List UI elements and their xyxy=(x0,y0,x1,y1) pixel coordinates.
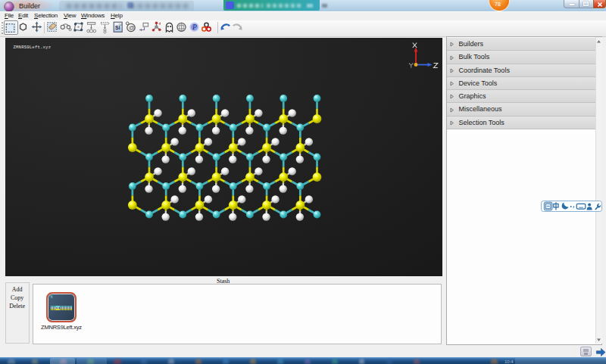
svg-text:P: P xyxy=(192,23,197,31)
svg-text:14: 14 xyxy=(118,23,121,26)
svg-text:@: @ xyxy=(129,24,135,31)
